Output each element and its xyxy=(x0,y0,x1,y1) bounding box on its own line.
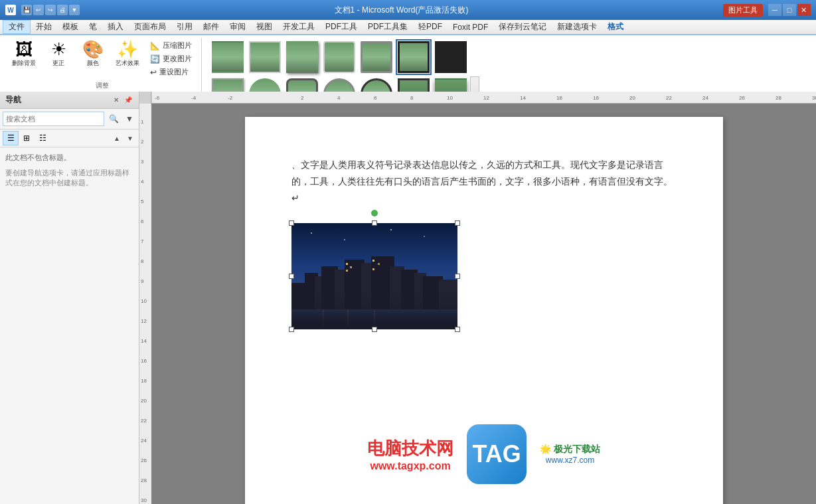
color-label: 颜色 xyxy=(87,59,99,68)
img-style-5[interactable] xyxy=(359,39,394,75)
menu-mail[interactable]: 邮件 xyxy=(198,20,224,34)
svg-text:10: 10 xyxy=(141,298,147,304)
title-bar-left: W 💾 ↩ ↪ 🖨 ▼ xyxy=(5,5,80,15)
reset-label: 重设图片 xyxy=(159,67,189,77)
svg-text:28: 28 xyxy=(141,477,147,483)
title-bar: W 💾 ↩ ↪ 🖨 ▼ 文档1 - Microsoft Word(产品激活失败)… xyxy=(0,0,816,20)
menu-new-tab[interactable]: 新建选项卡 xyxy=(552,20,602,34)
menu-pen[interactable]: 笔 xyxy=(84,20,102,34)
search-options-button[interactable]: ▼ xyxy=(123,112,136,126)
handle-top-left[interactable] xyxy=(289,220,294,226)
nav-prev-button[interactable]: ▲ xyxy=(111,132,123,144)
quick-misc-icon[interactable]: ▼ xyxy=(69,5,80,15)
quick-undo-icon[interactable]: ↩ xyxy=(33,5,44,15)
menu-template[interactable]: 模板 xyxy=(57,20,84,34)
menu-pdf-tools[interactable]: PDF工具 xyxy=(320,20,363,34)
handle-bottom-middle[interactable] xyxy=(372,327,377,332)
quick-save-icon[interactable]: 💾 xyxy=(21,5,32,15)
svg-text:18: 18 xyxy=(593,95,599,101)
img-style-3[interactable] xyxy=(284,39,320,75)
svg-text:30: 30 xyxy=(141,497,147,503)
nav-view-tabs: ☰ ⊞ ☷ ▲ ▼ xyxy=(0,129,139,147)
compress-picture-button[interactable]: 📐 压缩图片 xyxy=(146,39,196,52)
img-style-7[interactable] xyxy=(433,39,469,75)
image-container[interactable] xyxy=(291,223,457,329)
ribbon-group-adjust: 🖼 删除背景 ☀ 更正 🎨 颜色 ✨ 艺术效果 xyxy=(5,38,202,92)
handle-bottom-right[interactable] xyxy=(455,327,460,332)
nav-list-view-button[interactable]: ☰ xyxy=(3,131,19,145)
menu-format[interactable]: 格式 xyxy=(602,20,629,34)
ruler-horizontal: -6 -4 -2 2 4 6 8 10 12 14 16 18 20 22 24… xyxy=(139,92,816,104)
nav-pin-button[interactable]: 📌 xyxy=(123,95,133,106)
search-button[interactable]: 🔍 xyxy=(107,112,120,126)
img-style-2[interactable] xyxy=(247,39,283,75)
color-button[interactable]: 🎨 颜色 xyxy=(77,39,109,69)
corrections-icon: ☀ xyxy=(51,41,66,58)
menu-review[interactable]: 审阅 xyxy=(224,20,251,34)
svg-text:24: 24 xyxy=(141,438,147,444)
corrections-button[interactable]: ☀ 更正 xyxy=(42,39,74,69)
nav-page-view-button[interactable]: ☷ xyxy=(35,131,50,145)
img-style-4[interactable] xyxy=(321,39,357,75)
svg-text:1: 1 xyxy=(141,119,144,125)
menu-insert[interactable]: 插入 xyxy=(102,20,129,34)
menu-pdf-toolset[interactable]: PDF工具集 xyxy=(363,20,413,34)
nav-next-button[interactable]: ▼ xyxy=(124,132,136,144)
ruler-vertical: 1 2 3 4 5 6 7 8 9 10 12 14 16 18 20 22 2… xyxy=(139,104,151,504)
nav-search-bar: 🔍 ▼ xyxy=(0,109,139,129)
svg-rect-66 xyxy=(378,263,380,265)
svg-text:12: 12 xyxy=(483,95,489,101)
maximize-button[interactable]: □ xyxy=(783,4,796,16)
nav-navigation-buttons: ▲ ▼ xyxy=(111,132,136,144)
handle-top-middle[interactable] xyxy=(372,220,377,226)
nav-close-button[interactable]: ✕ xyxy=(111,95,122,106)
svg-text:20: 20 xyxy=(141,398,147,404)
menu-cloud-notes[interactable]: 保存到云笔记 xyxy=(493,20,552,34)
svg-text:8: 8 xyxy=(410,95,414,101)
svg-text:-2: -2 xyxy=(228,95,233,101)
close-button[interactable]: ✕ xyxy=(797,4,811,16)
menu-light-pdf[interactable]: 轻PDF xyxy=(413,20,448,34)
quick-redo-icon[interactable]: ↪ xyxy=(45,5,56,15)
handle-middle-left[interactable] xyxy=(289,274,294,279)
svg-text:9: 9 xyxy=(141,278,144,284)
minimize-button[interactable]: ─ xyxy=(768,4,781,16)
svg-text:24: 24 xyxy=(702,95,708,101)
quick-print-icon[interactable]: 🖨 xyxy=(57,5,68,15)
style-thumb-4 xyxy=(323,41,355,73)
menu-developer[interactable]: 开发工具 xyxy=(278,20,320,34)
rotate-handle[interactable] xyxy=(371,210,378,216)
ruler-corner xyxy=(139,92,151,104)
artistic-icon: ✨ xyxy=(117,41,138,58)
handle-top-right[interactable] xyxy=(455,220,460,226)
menu-home[interactable]: 开始 xyxy=(31,20,57,34)
change-picture-button[interactable]: 🔄 更改图片 xyxy=(146,52,196,65)
nav-content: 此文档不包含标题。 要创建导航选项卡，请通过应用标题样式在您的文档中创建标题。 xyxy=(0,147,139,504)
menu-view[interactable]: 视图 xyxy=(251,20,278,34)
img-style-6[interactable] xyxy=(396,39,432,75)
svg-text:7: 7 xyxy=(141,238,144,244)
menu-foxit[interactable]: Foxit PDF xyxy=(448,20,493,34)
city-image-svg xyxy=(291,223,457,329)
menu-page-layout[interactable]: 页面布局 xyxy=(129,20,171,34)
menu-file[interactable]: 文件 xyxy=(3,20,31,34)
svg-text:22: 22 xyxy=(141,418,147,424)
style-thumb-2 xyxy=(249,41,281,73)
svg-rect-64 xyxy=(346,270,348,272)
search-input[interactable] xyxy=(3,112,104,126)
svg-text:26: 26 xyxy=(739,95,745,101)
window-controls[interactable]: ─ □ ✕ xyxy=(768,4,811,16)
handle-bottom-left[interactable] xyxy=(289,327,294,332)
document-area[interactable]: 、文字是人类用表义符号记录表达信息以传之，久远的方式和工具。现代文字多是记录语言… xyxy=(151,104,816,504)
change-label: 更改图片 xyxy=(163,54,192,64)
nav-hint-text: 要创建导航选项卡，请通过应用标题样式在您的文档中创建标题。 xyxy=(5,168,133,188)
remove-background-button[interactable]: 🖼 删除背景 xyxy=(8,39,40,69)
svg-text:4: 4 xyxy=(337,95,341,101)
artistic-effects-button[interactable]: ✨ 艺术效果 xyxy=(112,39,143,69)
menu-references[interactable]: 引用 xyxy=(171,20,198,34)
img-style-1[interactable] xyxy=(210,39,246,75)
reset-picture-button[interactable]: ↩ 重设图片 xyxy=(146,66,196,78)
ribbon-group-content-adjust: 🖼 删除背景 ☀ 更正 🎨 颜色 ✨ 艺术效果 xyxy=(8,39,196,78)
handle-middle-right[interactable] xyxy=(455,274,460,279)
nav-grid-view-button[interactable]: ⊞ xyxy=(19,131,35,145)
